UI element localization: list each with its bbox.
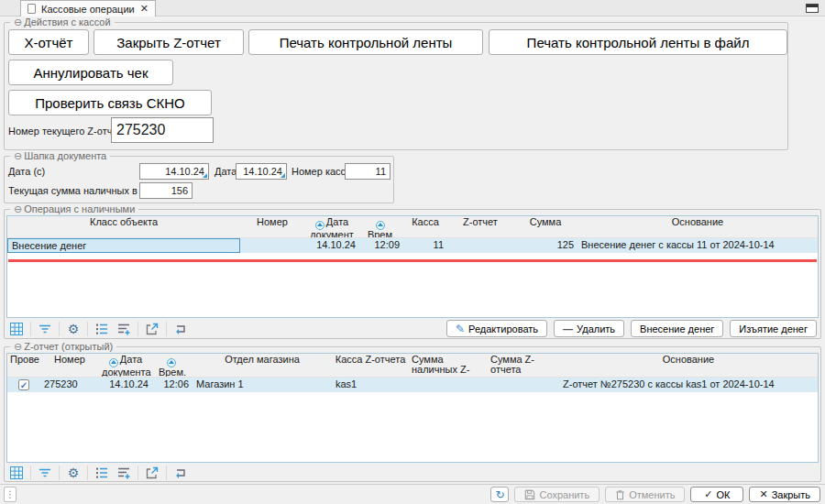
col-doc-date[interactable]: Дата документ [304,216,359,237]
tab-cash-operations[interactable]: Кассовые операции ✕ [20,0,156,16]
refresh-icon[interactable] [172,321,189,337]
col-z-sum[interactable]: Сумма Z-отчета [488,354,559,377]
pencil-icon: ✎ [456,323,465,335]
group-z-report-label: ⊖Z-отчет (открытый) [10,341,116,353]
gear-icon[interactable]: ⚙ [65,465,82,481]
current-cash-input[interactable]: 156 [139,182,192,199]
col-reason[interactable]: Основание [578,216,818,237]
x-report-button[interactable]: X-отчёт [8,29,89,55]
ordered-list-icon[interactable] [94,465,110,481]
col-number[interactable]: Номер [40,354,99,377]
date-from-input[interactable]: 14.10.24 [139,163,209,180]
cell-doc-date[interactable]: 14.10.24 [304,238,359,253]
list-add-icon[interactable] [116,321,132,337]
group-cash-actions: ⊖Действия с кассой X-отчёт Закрыть Z-отч… [4,22,788,150]
export-icon[interactable] [144,465,160,481]
group-z-report: ⊖Z-отчет (открытый) Прове Номер Дата док… [4,346,821,482]
cell-z-cash-sum[interactable] [409,378,488,392]
cell-checked[interactable]: ✓ [7,378,40,392]
col-sum[interactable]: Сумма [513,216,578,237]
tab-close-icon[interactable]: ✕ [140,4,148,14]
cell-cash[interactable]: 11 [403,238,447,253]
ordered-list-icon[interactable] [94,321,110,337]
collapse-icon[interactable]: ⊖ [14,16,22,27]
cell-doc-time[interactable]: 12:06 [152,378,192,392]
table-toolbar: ⚙ [8,465,189,481]
cash-number-label: Номер кассы [292,166,353,177]
save-button[interactable]: Сохранить [514,487,600,502]
cell-doc-date[interactable]: 14.10.24 [99,378,152,392]
col-cash[interactable]: Касса [403,216,447,237]
col-doc-date[interactable]: Дата документа [99,354,152,377]
red-separator [8,259,817,262]
collapse-icon[interactable]: ⊖ [14,150,22,161]
close-z-report-button[interactable]: Закрыть Z-отчет [94,29,244,55]
document-icon [28,4,36,14]
cell-number[interactable] [240,238,304,253]
close-icon: ✕ [759,488,767,500]
z-number-input[interactable]: 275230 [111,117,214,143]
grid-icon[interactable] [8,321,25,337]
checkbox-checked-icon[interactable]: ✓ [18,379,29,390]
print-tape-button[interactable]: Печать контрольной ленты [248,29,483,55]
window-restore-icon[interactable] [806,4,819,13]
cash-number-input[interactable]: 11 [345,163,390,180]
table-header-row: Прове Номер Дата документа Врем. докум. … [7,354,818,378]
filter-icon[interactable] [37,465,53,481]
minus-icon: — [563,323,573,334]
delete-button[interactable]: —Удалить [554,320,624,337]
cell-doc-time[interactable]: 12:09 [359,238,403,253]
footer-buttons: ↻ Сохранить Отменить ✓ОК ✕Закрыть [490,487,820,502]
cell-number[interactable]: 275230 [40,378,99,392]
col-z-cash-sum[interactable]: Сумма наличных Z- [409,354,488,377]
print-tape-to-file-button[interactable]: Печать контрольной ленты в файл [489,29,787,55]
close-button[interactable]: ✕Закрыть [749,487,820,502]
col-z-report[interactable]: Z-отчет [447,216,513,237]
group-cash-actions-label: ⊖Действия с кассой [10,16,115,28]
filter-icon[interactable] [37,321,53,337]
date-to-input[interactable]: 14.10.24 [236,163,287,180]
trash-icon [615,489,625,500]
grid-icon[interactable] [8,465,25,481]
edit-button[interactable]: ✎Редактировать [446,320,547,337]
cell-reason[interactable]: Z-отчет №275230 с кассы kas1 от 2024-10-… [559,378,818,392]
col-reason[interactable]: Основание [559,354,818,377]
table-row[interactable]: Внесение денег 14.10.24 12:09 11 125 Вне… [7,238,818,253]
refresh-button[interactable]: ↻ [490,487,509,502]
save-icon [524,489,535,500]
cell-z-cash[interactable]: kas1 [332,378,409,392]
check-icon: ✓ [704,488,712,500]
list-add-icon[interactable] [116,465,132,481]
ok-button[interactable]: ✓ОК [690,487,743,502]
col-checked[interactable]: Прове [7,354,40,377]
refresh-icon[interactable] [172,465,189,481]
col-doc-time[interactable]: Врем. докум. [359,216,403,237]
col-number[interactable]: Номер [240,216,304,237]
cancel-button[interactable]: Отменить [605,487,685,502]
group-cash-operations: ⊖Операция с наличными Класс объекта Номе… [4,209,821,339]
export-icon[interactable] [144,321,160,337]
check-skno-button[interactable]: Проверить связь СКНО [8,90,212,115]
z-report-table: Прове Номер Дата документа Врем. докум. … [6,353,819,463]
status-bar: ⋮ ↻ Сохранить Отменить ✓ОК ✕Закрыть [0,484,825,504]
cell-object-class[interactable]: Внесение денег [7,238,240,253]
cell-z-sum[interactable] [488,378,559,392]
collapse-icon[interactable]: ⊖ [14,341,22,352]
toolbar-handle[interactable]: ⋮ [4,487,16,502]
withdraw-money-button[interactable]: Изъятие денег [730,320,817,337]
cell-reason[interactable]: Внесение денег с кассы 11 от 2024-10-14 [578,238,818,253]
cell-z-report[interactable] [447,238,513,253]
z-number-label: Номер текущего Z-отчета [8,126,127,137]
cell-sum[interactable]: 125 [513,238,578,253]
deposit-money-button[interactable]: Внесение денег [631,320,723,337]
col-z-cash[interactable]: Касса Z-отчета [332,354,409,377]
gear-icon[interactable]: ⚙ [65,321,82,337]
table-row[interactable]: ✓ 275230 14.10.24 12:06 Магазин 1 kas1 Z… [7,378,818,392]
cell-store-dept[interactable]: Магазин 1 [192,378,332,392]
collapse-icon[interactable]: ⊖ [14,203,22,214]
col-object-class[interactable]: Класс объекта [7,216,240,237]
col-doc-time[interactable]: Врем. докум. [152,354,192,377]
annul-receipt-button[interactable]: Аннулировать чек [8,60,173,85]
col-store-dept[interactable]: Отдел магазина [192,354,332,377]
cash-operations-table: Класс объекта Номер Дата документ Врем. … [6,215,819,318]
